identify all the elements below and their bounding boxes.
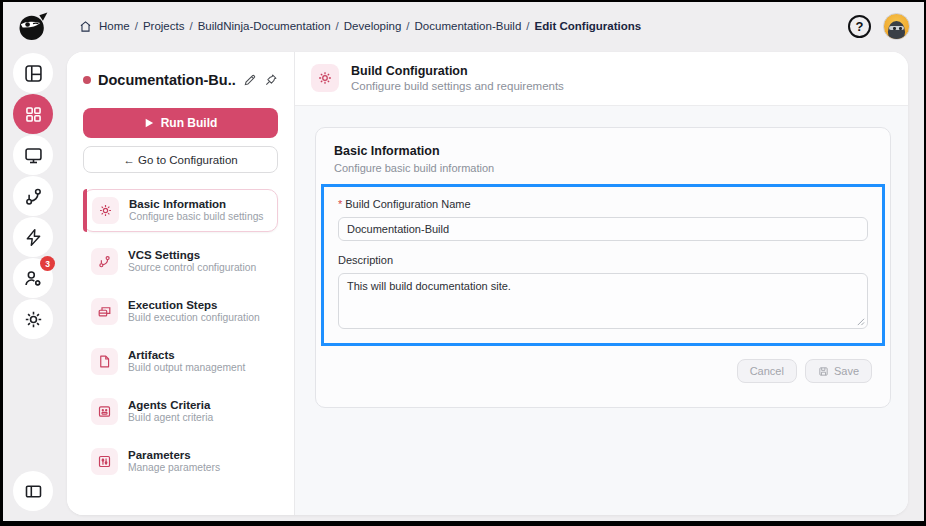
avatar-ninja-band xyxy=(889,26,904,31)
topbar-right: ? xyxy=(848,13,910,40)
nav-item-title: Parameters xyxy=(128,449,220,461)
build-config-panel: Documentation-Bu... Run Build ← Go to Co… xyxy=(67,52,295,515)
agent-face-icon xyxy=(91,398,118,425)
app-window: 3 Home / Projects / BuildNinja-Docu xyxy=(0,0,926,526)
description-textarea[interactable]: This will build documentation site. xyxy=(338,273,868,329)
cancel-label: Cancel xyxy=(750,365,784,377)
rail-settings-button[interactable] xyxy=(13,299,53,339)
breadcrumb-projects[interactable]: Projects xyxy=(143,20,185,32)
save-label: Save xyxy=(834,365,859,377)
go-to-configuration-button[interactable]: ← Go to Configuration xyxy=(83,146,278,173)
user-avatar[interactable] xyxy=(883,13,910,40)
breadcrumb-separator: / xyxy=(336,20,339,32)
description-textarea-wrap: This will build documentation site. xyxy=(338,273,868,329)
sidebar-collapse-icon xyxy=(23,481,44,502)
main-area: Build Configuration Configure build sett… xyxy=(295,52,908,515)
config-title: Documentation-Bu... xyxy=(98,72,236,88)
play-icon xyxy=(144,118,154,128)
nav-item-execution-steps[interactable]: Execution Steps Build execution configur… xyxy=(83,291,278,332)
rail-vcs-button[interactable] xyxy=(13,176,53,216)
nav-item-title: Artifacts xyxy=(128,349,245,361)
status-dot xyxy=(83,76,91,84)
dashboard-layout-icon xyxy=(23,63,44,84)
card-title: Basic Information xyxy=(334,144,872,158)
git-branch-icon xyxy=(91,248,118,275)
page-subtitle: Configure build settings and requirement… xyxy=(351,80,564,92)
required-marker: * xyxy=(338,198,342,210)
breadcrumb-separator: / xyxy=(189,20,192,32)
run-build-label: Run Build xyxy=(161,116,218,130)
breadcrumb-buildninja-documentation[interactable]: BuildNinja-Documentation xyxy=(198,20,331,32)
breadcrumb-edit-configurations: Edit Configurations xyxy=(535,20,642,32)
content-container: Documentation-Bu... Run Build ← Go to Co… xyxy=(67,52,908,515)
pin-icon[interactable] xyxy=(264,73,278,87)
rail-agents-button[interactable] xyxy=(13,135,53,175)
nav-item-basic-information[interactable]: Basic Information Configure basic build … xyxy=(83,189,278,232)
apps-grid-icon xyxy=(23,104,44,125)
help-icon: ? xyxy=(856,19,864,34)
notification-badge: 3 xyxy=(40,256,55,271)
user-gear-icon xyxy=(23,268,44,289)
buildninja-logo[interactable] xyxy=(14,8,52,46)
topbar: Home / Projects / BuildNinja-Documentati… xyxy=(63,2,924,50)
lightning-icon xyxy=(23,227,44,248)
basic-information-card: Basic Information Configure basic build … xyxy=(315,127,891,408)
nav-item-artifacts[interactable]: Artifacts Build output management xyxy=(83,341,278,382)
description-field-label: Description xyxy=(338,254,868,266)
execution-steps-icon xyxy=(91,298,118,325)
gear-icon xyxy=(311,64,339,92)
breadcrumb-documentation-build[interactable]: Documentation-Build xyxy=(415,20,522,32)
nav-item-title: Agents Criteria xyxy=(128,399,213,411)
breadcrumb-home[interactable]: Home xyxy=(99,20,130,32)
help-button[interactable]: ? xyxy=(848,15,871,38)
name-field-label-text: Build Configuration Name xyxy=(345,198,470,210)
rail-collapse-sidebar-button[interactable] xyxy=(13,471,53,511)
panel-title-row: Documentation-Bu... xyxy=(83,72,278,88)
run-build-button[interactable]: Run Build xyxy=(83,108,278,138)
main-header-text: Build Configuration Configure build sett… xyxy=(351,64,564,92)
form-actions: Cancel Save xyxy=(334,359,872,383)
breadcrumb: Home / Projects / BuildNinja-Documentati… xyxy=(79,20,641,33)
name-field-label: * Build Configuration Name xyxy=(338,198,868,210)
breadcrumb-separator: / xyxy=(406,20,409,32)
home-icon xyxy=(79,20,92,33)
description-field-label-text: Description xyxy=(338,254,393,266)
avatar-ninja-head xyxy=(888,21,905,40)
main-header: Build Configuration Configure build sett… xyxy=(295,52,908,106)
build-configuration-name-input[interactable] xyxy=(338,217,868,241)
card-subtitle: Configure basic build information xyxy=(334,162,872,174)
nav-item-agents-criteria[interactable]: Agents Criteria Build agent criteria xyxy=(83,391,278,432)
breadcrumb-developing[interactable]: Developing xyxy=(344,20,402,32)
gear-icon xyxy=(92,197,119,224)
rail-user-management-button[interactable]: 3 xyxy=(13,258,53,298)
gear-icon xyxy=(23,309,44,330)
page-title: Build Configuration xyxy=(351,64,564,78)
main-content: Basic Information Configure basic build … xyxy=(295,106,908,515)
save-button[interactable]: Save xyxy=(805,359,872,383)
rail-dashboard-button[interactable] xyxy=(13,53,53,93)
nav-item-subtitle: Manage parameters xyxy=(128,462,220,473)
git-branch-icon xyxy=(23,186,44,207)
breadcrumb-separator: / xyxy=(526,20,529,32)
rail-projects-button[interactable] xyxy=(13,94,53,134)
nav-item-vcs-settings[interactable]: VCS Settings Source control configuratio… xyxy=(83,241,278,282)
edit-pencil-icon[interactable] xyxy=(243,73,257,87)
cancel-button[interactable]: Cancel xyxy=(737,359,797,383)
nav-item-subtitle: Build agent criteria xyxy=(128,412,213,423)
save-floppy-icon xyxy=(818,366,829,377)
rail-builds-button[interactable] xyxy=(13,217,53,257)
breadcrumb-separator: / xyxy=(135,20,138,32)
sliders-icon xyxy=(91,448,118,475)
nav-item-title: VCS Settings xyxy=(128,249,256,261)
highlighted-form-region: * Build Configuration Name Description T… xyxy=(321,184,885,346)
nav-item-title: Basic Information xyxy=(129,198,264,210)
avatar-ninja-eye xyxy=(893,27,896,30)
resize-grip-icon[interactable] xyxy=(856,317,865,326)
nav-item-subtitle: Build execution configuration xyxy=(128,312,260,323)
document-icon xyxy=(91,348,118,375)
nav-item-parameters[interactable]: Parameters Manage parameters xyxy=(83,441,278,482)
nav-item-title: Execution Steps xyxy=(128,299,260,311)
ninja-logo-icon xyxy=(15,9,51,45)
nav-item-subtitle: Build output management xyxy=(128,362,245,373)
config-section-nav: Basic Information Configure basic build … xyxy=(83,189,278,482)
